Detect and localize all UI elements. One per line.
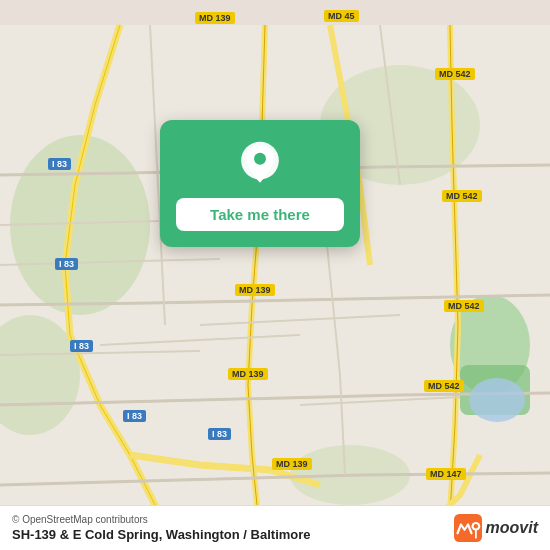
svg-rect-5: [460, 365, 530, 415]
map-attribution: © OpenStreetMap contributors: [12, 514, 311, 525]
map-container: I 83 I 83 I 83 I 83 I 83 MD 139 MD 139 M…: [0, 0, 550, 550]
take-me-there-button[interactable]: Take me there: [176, 198, 344, 231]
svg-point-12: [473, 524, 477, 528]
location-info: SH-139 & E Cold Spring, Washington / Bal…: [12, 527, 311, 542]
svg-point-4: [450, 295, 530, 395]
bottom-bar: © OpenStreetMap contributors SH-139 & E …: [0, 505, 550, 550]
svg-point-2: [0, 315, 80, 435]
moovit-logo: moovit: [454, 514, 538, 542]
moovit-logo-icon: [454, 514, 482, 542]
svg-rect-0: [0, 25, 550, 525]
bottom-info: © OpenStreetMap contributors SH-139 & E …: [12, 514, 311, 542]
moovit-brand-name: moovit: [486, 519, 538, 537]
overlay-card: Take me there: [160, 120, 360, 247]
svg-point-9: [254, 153, 266, 165]
svg-point-6: [290, 445, 410, 505]
pin-icon: [236, 140, 284, 188]
svg-point-7: [469, 378, 525, 422]
svg-point-1: [10, 135, 150, 315]
